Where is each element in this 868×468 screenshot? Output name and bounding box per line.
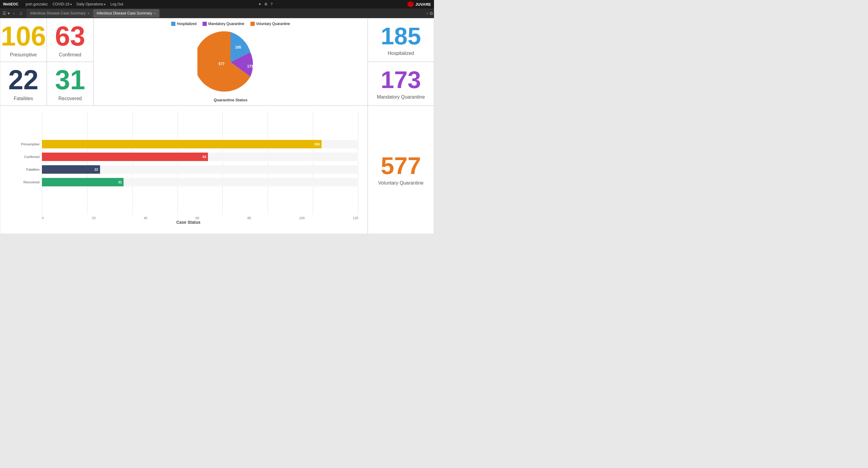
bar-chart-area: Presumptive 106 Confirmed 63 Fatalities [0,106,368,234]
x-label-60: 60 [195,216,199,220]
help-icon[interactable]: ? [271,2,273,6]
presumptive-card: 106 Presumptive [0,18,47,62]
x-label-0: 0 [42,216,44,220]
gridline-20 [87,112,132,214]
bar-label-recovered: Recovered [19,180,39,184]
juvare-logo: JUVARE [407,1,431,7]
confirmed-card: 63 Confirmed [47,18,93,62]
grid-icon[interactable]: ✦ [258,2,261,6]
tab-stack-button[interactable]: ⧉ [430,11,433,16]
left-stats-column: 106 Presumptive 63 Confirmed 22 Fataliti… [0,18,93,106]
legend-dot-purple [203,22,207,26]
bar-track-fatalities: 22 [42,165,358,174]
fatalities-value: 22 [8,66,38,93]
legend-voluntary-label: Voluntary Quarantine [256,22,290,26]
brand-label[interactable]: WebEOC [3,2,19,6]
x-label-40: 40 [144,216,147,220]
bar-fill-fatalities: 22 [42,165,100,174]
mandatory-card: 173 Mandatory Quarantine [368,62,434,106]
recovered-label: Recovered [59,96,82,101]
hospitalized-label: Hospitalized [388,51,414,56]
tab-inactive[interactable]: Infectious Disease Case Summary × [27,9,93,18]
nav-icons: ✦ ⚙ ? [258,2,273,6]
confirmed-value: 63 [55,23,85,50]
fatalities-card: 22 Fatalities [0,62,47,106]
bar-row-presumptive: Presumptive 106 [19,140,358,148]
legend-dot-orange [250,22,255,26]
voluntary-card: 577 Voluntary Quarantine [368,106,434,234]
gridline-60 [178,112,223,214]
gridline-120 [313,112,358,214]
active-tab-label: Infectious Disease Case Summary [97,11,152,16]
bar-label-fatalities: Fatalities [19,168,39,171]
bottom-right-stats: 577 Voluntary Quarantine [368,106,434,234]
gridline-40 [132,112,178,214]
tab-forward-button[interactable]: › [427,11,428,16]
tab-controls: ☰ ▾ ‹ ⌂ [1,10,25,16]
recovered-card: 31 Recovered [47,62,93,106]
user-label[interactable]: josh.gonzalez [26,2,48,6]
covid19-nav[interactable]: COVID-19 [53,2,72,6]
hospitalized-card: 185 Hospitalized [368,18,434,62]
tab-active[interactable]: Infectious Disease Case Summary × [93,9,160,18]
x-label-120: 120 [353,216,358,220]
top-nav: WebEOC josh.gonzalez COVID-19 Daily Oper… [0,0,434,8]
x-label-100: 100 [299,216,305,220]
right-stats-column: 185 Hospitalized 173 Mandatory Quarantin… [368,18,434,106]
bar-chart-inner: Presumptive 106 Confirmed 63 Fatalities [19,112,358,214]
inactive-tab-label: Infectious Disease Case Summary [30,11,86,16]
fatalities-label: Fatalities [13,96,33,101]
bar-row-fatalities: Fatalities 22 [19,165,358,174]
bar-fill-presumptive: 106 [42,140,321,148]
inactive-tab-close[interactable]: × [87,11,89,15]
x-label-20: 20 [92,216,96,220]
x-label-80: 80 [247,216,251,220]
bar-label-presumptive: Presumptive [19,142,39,146]
pie-chart-title: Quarantine Status [214,98,247,102]
pie-voluntary-label: 577 [218,62,224,66]
pie-hospitalized-label: 185 [235,45,241,50]
hospitalized-value: 185 [381,24,421,48]
pie-chart-svg: 577 185 173 [197,29,264,95]
tab-home-button[interactable]: ⌂ [17,10,25,16]
tab-right-controls: › ⧉ [427,11,433,16]
tab-menu-button[interactable]: ☰ ▾ [1,11,11,16]
presumptive-label: Presumptive [10,52,37,58]
voluntary-value: 577 [381,154,421,178]
top-section: 106 Presumptive 63 Confirmed 22 Fataliti… [0,18,434,106]
gridlines [42,112,358,214]
bottom-section: Presumptive 106 Confirmed 63 Fatalities [0,106,434,234]
recovered-value: 31 [55,66,85,93]
confirmed-label: Confirmed [59,52,82,58]
bar-track-confirmed: 63 [42,153,358,161]
logout-nav[interactable]: Log Out [110,2,123,6]
tab-bar: ☰ ▾ ‹ ⌂ Infectious Disease Case Summary … [0,8,434,18]
gear-icon[interactable]: ⚙ [264,2,268,6]
legend-hospitalized: Hospitalized [171,22,196,26]
bar-track-presumptive: 106 [42,140,358,148]
voluntary-label: Voluntary Quarantine [378,180,424,186]
top-row-stats: 106 Presumptive 63 Confirmed [0,18,93,62]
legend-mandatory: Mandatory Quarantine [203,22,244,26]
legend-dot-blue [171,22,176,26]
mandatory-value: 173 [381,68,421,92]
tab-back-button[interactable]: ‹ [12,11,16,16]
pie-mandatory-label: 173 [247,64,253,68]
bar-chart-title: Case Status [19,220,358,225]
bar-row-confirmed: Confirmed 63 [19,153,358,161]
gridline-0 [42,112,87,214]
juvare-emblem [407,1,413,7]
gridline-100 [268,112,313,214]
bottom-row-stats: 22 Fatalities 31 Recovered [0,62,93,106]
mandatory-label: Mandatory Quarantine [377,94,425,100]
bar-track-recovered: 31 [42,178,358,186]
gridline-80 [222,112,268,214]
active-tab-close[interactable]: × [154,11,156,15]
bar-label-confirmed: Confirmed [19,155,39,158]
legend-hospitalized-label: Hospitalized [177,22,196,26]
bar-fill-recovered: 31 [42,178,124,186]
bar-row-recovered: Recovered 31 [19,178,358,186]
pie-legend: Hospitalized Mandatory Quarantine Volunt… [171,22,290,26]
daily-ops-nav[interactable]: Daily Operations [76,2,106,6]
bar-fill-confirmed: 63 [42,153,208,161]
